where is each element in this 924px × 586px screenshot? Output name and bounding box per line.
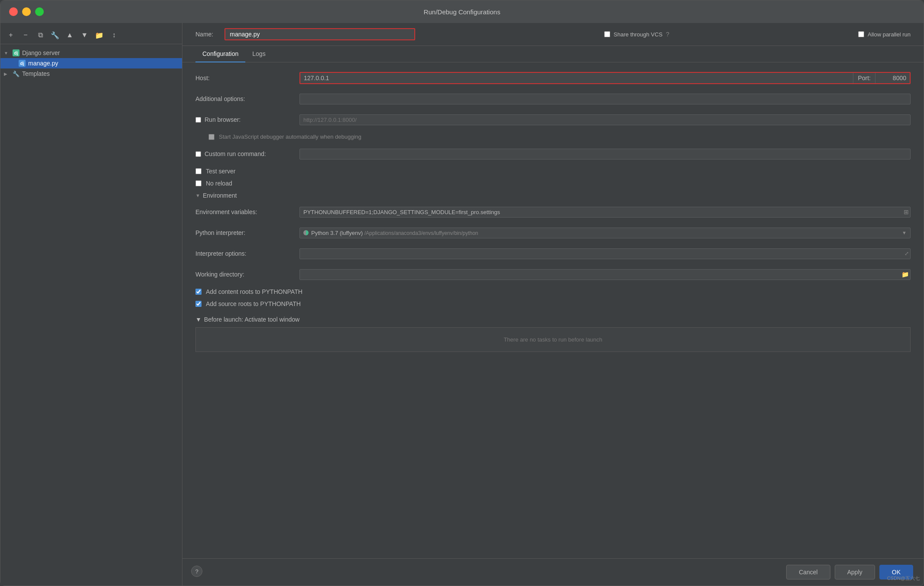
move-up-button[interactable]: ▲ (64, 29, 76, 41)
test-server-checkbox[interactable] (195, 168, 202, 174)
name-label: Name: (195, 31, 213, 38)
test-server-row: Test server (195, 168, 911, 175)
window-controls (9, 7, 44, 16)
interpreter-options-label: Interpreter options: (195, 250, 299, 257)
additional-options-row: Additional options: (195, 92, 911, 106)
js-debugger-checkbox[interactable] (208, 134, 215, 140)
allow-parallel-checkbox[interactable] (858, 31, 864, 37)
no-reload-checkbox[interactable] (195, 180, 202, 186)
test-server-label: Test server (206, 168, 235, 175)
folder-button[interactable]: 📁 (93, 29, 105, 41)
env-vars-label: Environment variables: (195, 208, 299, 215)
config-content: Host: Port: Additional options: (182, 62, 924, 558)
share-vcs-checkbox[interactable] (604, 31, 610, 37)
maximize-button[interactable] (35, 7, 44, 16)
minimize-button[interactable] (22, 7, 31, 16)
custom-run-command-label: Custom run command: (205, 150, 266, 157)
main-content: + − ⧉ 🔧 ▲ ▼ 📁 ↕ ▼ dj Django server dj ma… (0, 23, 924, 586)
wrench-button[interactable]: 🔧 (49, 29, 61, 41)
add-config-button[interactable]: + (5, 29, 17, 41)
sidebar-group-django[interactable]: ▼ dj Django server (0, 48, 182, 58)
interpreter-path: /Applications/anaconda3/envs/luffyenv/bi… (364, 230, 478, 236)
env-vars-input[interactable] (299, 207, 911, 218)
additional-options-input[interactable] (299, 94, 911, 104)
sidebar-templates[interactable]: ▶ 🔧 Templates (0, 68, 182, 79)
main-window: Run/Debug Configurations + − ⧉ 🔧 ▲ ▼ 📁 ↕… (0, 0, 924, 586)
share-vcs-group: Share through VCS ? (604, 31, 670, 38)
interpreter-options-wrapper: ⤢ (299, 248, 911, 259)
run-browser-label: Run browser: (205, 116, 241, 123)
host-label: Host: (195, 75, 299, 81)
templates-wrench-icon: 🔧 (13, 71, 20, 77)
sort-button[interactable]: ↕ (108, 29, 120, 41)
js-debugger-label: Start JavaScript debugger automatically … (219, 133, 361, 140)
environment-section-header[interactable]: ▼ Environment (195, 192, 911, 199)
env-vars-wrapper: ⊞ (299, 207, 911, 218)
interpreter-options-input[interactable] (299, 248, 911, 259)
window-title: Run/Debug Configurations (424, 8, 501, 16)
django-file-icon: dj (19, 60, 26, 67)
custom-run-command-row: Custom run command: (195, 147, 911, 161)
tabs: Configuration Logs (182, 46, 924, 62)
host-port-group: Port: (299, 72, 911, 84)
no-tasks-text: There are no tasks to run before launch (504, 336, 602, 343)
working-directory-input[interactable] (299, 269, 911, 280)
share-vcs-help-icon[interactable]: ? (666, 31, 670, 38)
top-bar: Name: Share through VCS ? Allow parallel… (182, 23, 924, 46)
before-launch-header[interactable]: ▼ Before launch: Activate tool window (195, 316, 911, 323)
run-browser-row: Run browser: (195, 113, 911, 127)
working-directory-label: Working directory: (195, 271, 299, 278)
add-content-roots-checkbox[interactable] (195, 289, 202, 295)
additional-options-label: Additional options: (195, 95, 299, 102)
before-launch-arrow-icon: ▼ (195, 316, 202, 323)
environment-arrow-icon: ▼ (195, 193, 200, 198)
sidebar-group-label: Django server (22, 49, 60, 56)
copy-config-button[interactable]: ⧉ (34, 29, 46, 41)
sidebar-item-label: manage.py (28, 60, 58, 67)
tab-configuration[interactable]: Configuration (195, 46, 245, 62)
interpreter-options-expand-button[interactable]: ⤢ (904, 251, 909, 257)
sidebar-item-manage-py[interactable]: dj manage.py (0, 58, 182, 68)
expand-icon: ▼ (4, 51, 10, 55)
cancel-button[interactable]: Cancel (786, 565, 830, 579)
move-down-button[interactable]: ▼ (78, 29, 91, 41)
host-port-row: Host: Port: (195, 71, 911, 85)
before-launch-label: Before launch: Activate tool window (204, 316, 299, 323)
working-directory-row: Working directory: 📁 (195, 267, 911, 281)
env-vars-browse-button[interactable]: ⊞ (904, 208, 909, 215)
apply-button[interactable]: Apply (835, 565, 875, 579)
close-button[interactable] (9, 7, 18, 16)
title-bar: Run/Debug Configurations (0, 0, 924, 23)
environment-section-label: Environment (203, 192, 237, 199)
interpreter-status-icon (303, 230, 309, 235)
watermark: CSDN@五六七 (887, 575, 920, 582)
remove-config-button[interactable]: − (20, 29, 32, 41)
interpreter-name: Python 3.7 (luffyenv) /Applications/anac… (311, 230, 902, 236)
share-vcs-label: Share through VCS (614, 31, 663, 38)
working-directory-browse-button[interactable]: 📁 (901, 271, 909, 278)
add-source-roots-checkbox[interactable] (195, 301, 202, 307)
django-icon: dj (13, 49, 20, 56)
custom-run-command-checkbox[interactable] (195, 151, 201, 157)
working-directory-wrapper: 📁 (299, 269, 911, 280)
port-input[interactable] (875, 73, 910, 83)
host-input[interactable] (300, 73, 853, 83)
python-interpreter-select[interactable]: Python 3.7 (luffyenv) /Applications/anac… (299, 228, 911, 238)
no-tasks-box: There are no tasks to run before launch (195, 327, 911, 352)
tab-logs[interactable]: Logs (245, 46, 272, 62)
bottom-bar: ? Cancel Apply OK (182, 558, 924, 586)
python-interpreter-row: Python interpreter: Python 3.7 (luffyenv… (195, 226, 911, 240)
before-launch-section: ▼ Before launch: Activate tool window Th… (195, 316, 911, 352)
add-source-roots-label: Add source roots to PYTHONPATH (206, 300, 301, 307)
custom-run-command-input[interactable] (299, 149, 911, 160)
sidebar: + − ⧉ 🔧 ▲ ▼ 📁 ↕ ▼ dj Django server dj ma… (0, 23, 182, 586)
run-browser-input[interactable] (299, 114, 911, 125)
allow-parallel-group: Allow parallel run (858, 31, 911, 38)
python-interpreter-label: Python interpreter: (195, 229, 299, 236)
run-browser-checkbox[interactable] (195, 117, 201, 123)
no-reload-row: No reload (195, 180, 911, 187)
help-button[interactable]: ? (191, 566, 202, 577)
name-input[interactable] (224, 28, 415, 40)
templates-expand-icon: ▶ (4, 72, 10, 76)
right-panel: Name: Share through VCS ? Allow parallel… (182, 23, 924, 586)
